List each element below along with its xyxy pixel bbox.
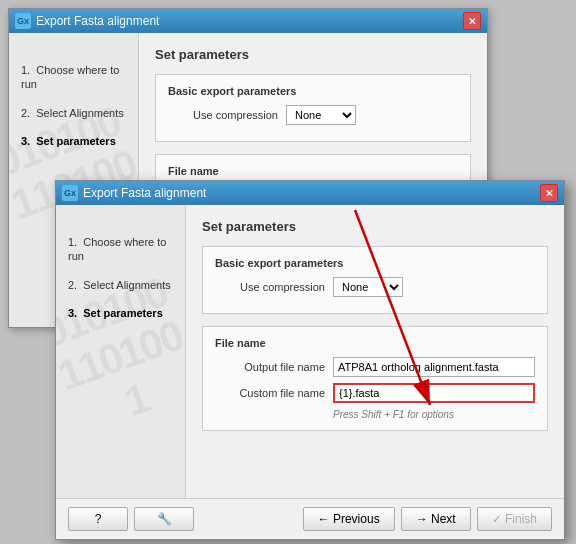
next-button[interactable]: → Next [401, 507, 471, 531]
settings-button[interactable]: 🔧 [134, 507, 194, 531]
fg-compression-label: Use compression [215, 281, 325, 293]
fg-hint-text: Press Shift + F1 for options [333, 409, 535, 420]
fg-custom-input[interactable] [333, 383, 535, 403]
foreground-dialog: Gx Export Fasta alignment ✕ 010100110100… [55, 180, 565, 540]
fg-title-left: Gx Export Fasta alignment [62, 185, 206, 201]
bg-basic-export-title: Basic export parameters [168, 85, 458, 97]
fg-custom-row: Custom file name [215, 383, 535, 403]
bg-close-button[interactable]: ✕ [463, 12, 481, 30]
bg-step-3: 3. Set parameters [21, 134, 126, 148]
bg-title-left: Gx Export Fasta alignment [15, 13, 159, 29]
fg-output-input[interactable] [333, 357, 535, 377]
fg-steps: 1. Choose where to run 2. Select Alignme… [56, 225, 185, 344]
fg-footer-right: ← Previous → Next ✓ Finish [303, 507, 552, 531]
fg-basic-export-section: Basic export parameters Use compression … [202, 246, 548, 314]
fg-filename-title: File name [215, 337, 535, 349]
fg-dialog-footer: ? 🔧 ← Previous → Next ✓ Finish [56, 498, 564, 539]
fg-dialog-body: 0101001101001 1. Choose where to run 2. … [56, 205, 564, 498]
fg-section-title: Set parameters [202, 219, 548, 234]
finish-button[interactable]: ✓ Finish [477, 507, 552, 531]
bg-compression-row: Use compression None Gzip Bzip2 [168, 105, 458, 125]
bg-section-title: Set parameters [155, 47, 471, 62]
fg-filename-section: File name Output file name Custom file n… [202, 326, 548, 431]
bg-title-bar: Gx Export Fasta alignment ✕ [9, 9, 487, 33]
bg-filename-title: File name [168, 165, 458, 177]
previous-button[interactable]: ← Previous [303, 507, 395, 531]
bg-app-icon: Gx [15, 13, 31, 29]
fg-sidebar: 0101001101001 1. Choose where to run 2. … [56, 205, 186, 498]
fg-main-content: Set parameters Basic export parameters U… [186, 205, 564, 498]
fg-output-row: Output file name [215, 357, 535, 377]
fg-close-button[interactable]: ✕ [540, 184, 558, 202]
fg-footer-left: ? 🔧 [68, 507, 194, 531]
bg-steps: 1. Choose where to run 2. Select Alignme… [9, 53, 138, 172]
wrench-icon: 🔧 [157, 512, 172, 526]
bg-compression-label: Use compression [168, 109, 278, 121]
fg-dialog-title: Export Fasta alignment [83, 186, 206, 200]
bg-step-2: 2. Select Alignments [21, 106, 126, 120]
fg-compression-row: Use compression None Gzip Bzip2 [215, 277, 535, 297]
fg-title-bar: Gx Export Fasta alignment ✕ [56, 181, 564, 205]
bg-compression-select[interactable]: None Gzip Bzip2 [286, 105, 356, 125]
fg-app-icon: Gx [62, 185, 78, 201]
bg-dialog-title: Export Fasta alignment [36, 14, 159, 28]
fg-step-3: 3. Set parameters [68, 306, 173, 320]
bg-step-1: 1. Choose where to run [21, 63, 126, 92]
help-button[interactable]: ? [68, 507, 128, 531]
fg-basic-export-title: Basic export parameters [215, 257, 535, 269]
fg-custom-label: Custom file name [215, 387, 325, 399]
fg-output-label: Output file name [215, 361, 325, 373]
fg-step-1: 1. Choose where to run [68, 235, 173, 264]
fg-step-2: 2. Select Alignments [68, 278, 173, 292]
bg-basic-export-section: Basic export parameters Use compression … [155, 74, 471, 142]
fg-compression-select[interactable]: None Gzip Bzip2 [333, 277, 403, 297]
